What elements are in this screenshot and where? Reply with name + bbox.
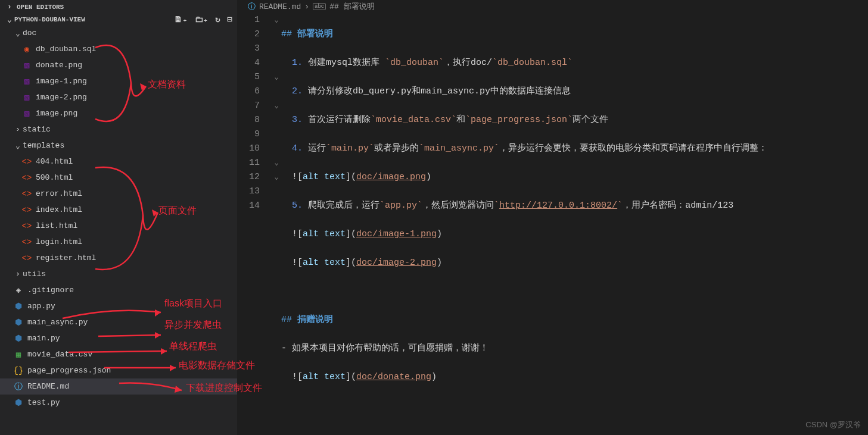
- tree-item-404-html[interactable]: <>404.html: [0, 154, 237, 170]
- open-editors-header[interactable]: › OPEN EDITORS: [0, 0, 237, 14]
- info-icon: ⓘ: [248, 1, 256, 12]
- tree-item-list-html[interactable]: <>list.html: [0, 218, 237, 234]
- tree-item-donate-png[interactable]: ▧donate.png: [0, 57, 237, 73]
- py-icon: ⬢: [13, 317, 24, 327]
- html-icon: <>: [21, 173, 32, 183]
- breadcrumb[interactable]: ⓘ README.md › abc ## 部署说明: [237, 0, 868, 13]
- tree-item-test-py[interactable]: ⬢test.py: [0, 395, 237, 411]
- chevron-right-icon: ›: [5, 2, 14, 11]
- code-content[interactable]: ## 部署说明 1. 创建mysql数据库 `db_douban`，执行doc/…: [281, 13, 868, 435]
- img-icon: ▧: [21, 60, 32, 70]
- watermark: CSDN @罗汉爷: [805, 420, 861, 430]
- tree-item-README-md[interactable]: ⓘREADME.md: [0, 378, 237, 395]
- py-icon: ⬢: [13, 398, 24, 408]
- main-area: ⓘ README.md › abc ## 部署说明 12345678910111…: [237, 0, 868, 435]
- img-icon: ▧: [21, 76, 32, 86]
- project-name: PYTHON-DOUBAN-VIEW: [14, 16, 85, 23]
- folder-label: doc: [23, 29, 36, 37]
- file-label: test.py: [27, 398, 60, 407]
- tree-item-utils[interactable]: ›utils: [0, 266, 237, 282]
- file-tree: ⌄doc◉db_douban.sql▧donate.png▧image-1.pn…: [0, 25, 237, 435]
- img-icon: ▧: [21, 108, 32, 118]
- tree-item-500-html[interactable]: <>500.html: [0, 170, 237, 186]
- file-label: 500.html: [36, 173, 73, 182]
- chevron-down-icon: ⌄: [5, 15, 14, 24]
- new-folder-icon[interactable]: 🗀₊: [195, 14, 208, 24]
- file-label: main.py: [27, 334, 60, 343]
- breadcrumb-file[interactable]: README.md: [259, 2, 301, 11]
- file-label: error.html: [36, 189, 82, 198]
- folder-label: utils: [23, 270, 46, 278]
- tree-item-image-2-png[interactable]: ▧image-2.png: [0, 89, 237, 105]
- tree-item--gitignore[interactable]: ◈.gitignore: [0, 282, 237, 298]
- file-label: 404.html: [36, 157, 73, 166]
- tree-item-templates[interactable]: ⌄templates: [0, 137, 237, 154]
- html-icon: <>: [21, 189, 32, 199]
- py-icon: ⬢: [13, 301, 24, 311]
- folder-label: static: [23, 125, 51, 134]
- file-label: main_async.py: [27, 318, 88, 327]
- folder-label: templates: [23, 141, 64, 150]
- new-file-icon[interactable]: 🗎₊: [174, 14, 187, 24]
- abc-icon: abc: [313, 3, 326, 10]
- file-label: index.html: [36, 205, 82, 214]
- tree-item-db_douban-sql[interactable]: ◉db_douban.sql: [0, 41, 237, 57]
- tree-item-movie_data-csv[interactable]: ▦movie_data.csv: [0, 346, 237, 362]
- file-label: .gitignore: [27, 286, 74, 295]
- breadcrumb-section[interactable]: ## 部署说明: [329, 1, 374, 12]
- html-icon: <>: [21, 221, 32, 231]
- chevron-icon: ⌄: [13, 29, 23, 38]
- tree-item-static[interactable]: ›static: [0, 121, 237, 137]
- json-icon: {}: [13, 366, 24, 375]
- file-label: app.py: [27, 302, 55, 311]
- info-icon: ⓘ: [13, 381, 24, 392]
- html-icon: <>: [21, 157, 32, 167]
- html-icon: <>: [21, 254, 32, 263]
- tree-item-page_progress-json[interactable]: {}page_progress.json: [0, 362, 237, 378]
- file-label: image-1.png: [36, 77, 87, 86]
- py-icon: ⬢: [13, 333, 24, 343]
- tree-item-image-png[interactable]: ▧image.png: [0, 105, 237, 121]
- file-label: login.html: [36, 237, 82, 246]
- file-label: page_progress.json: [27, 366, 111, 375]
- tree-item-register-html[interactable]: <>register.html: [0, 250, 237, 266]
- img-icon: ▧: [21, 92, 32, 102]
- fold-column[interactable]: ⌄⌄⌄⌄⌄: [272, 13, 281, 435]
- sql-icon: ◉: [21, 44, 32, 54]
- file-label: image.png: [36, 109, 77, 118]
- chevron-icon: ›: [13, 125, 23, 134]
- file-label: register.html: [36, 254, 96, 262]
- editor[interactable]: 1234567891011121314 ⌄⌄⌄⌄⌄ ## 部署说明 1. 创建m…: [237, 13, 868, 435]
- tree-item-login-html[interactable]: <>login.html: [0, 234, 237, 250]
- project-header[interactable]: ⌄ PYTHON-DOUBAN-VIEW 🗎₊ 🗀₊ ↻ ⊟: [0, 14, 237, 25]
- file-label: README.md: [27, 382, 69, 391]
- open-editors-label: OPEN EDITORS: [17, 4, 64, 11]
- file-label: image-2.png: [36, 93, 87, 102]
- html-icon: <>: [21, 237, 32, 247]
- file-label: donate.png: [36, 61, 82, 70]
- chevron-right-icon: ›: [304, 2, 309, 11]
- chevron-icon: ›: [13, 270, 23, 278]
- chevron-icon: ⌄: [13, 141, 23, 151]
- tree-item-error-html[interactable]: <>error.html: [0, 186, 237, 202]
- tree-item-doc[interactable]: ⌄doc: [0, 25, 237, 41]
- csv-icon: ▦: [13, 349, 24, 359]
- file-label: movie_data.csv: [27, 350, 92, 359]
- file-label: db_douban.sql: [36, 45, 96, 54]
- refresh-icon[interactable]: ↻: [215, 14, 220, 24]
- line-gutter: 1234567891011121314: [237, 13, 272, 435]
- git-icon: ◈: [13, 285, 24, 295]
- file-label: list.html: [36, 221, 77, 230]
- html-icon: <>: [21, 205, 32, 215]
- sidebar: › OPEN EDITORS ⌄ PYTHON-DOUBAN-VIEW 🗎₊ 🗀…: [0, 0, 237, 435]
- tree-item-image-1-png[interactable]: ▧image-1.png: [0, 73, 237, 89]
- tree-item-index-html[interactable]: <>index.html: [0, 202, 237, 218]
- tree-item-main-py[interactable]: ⬢main.py: [0, 330, 237, 346]
- collapse-icon[interactable]: ⊟: [228, 14, 232, 24]
- tree-item-app-py[interactable]: ⬢app.py: [0, 298, 237, 314]
- tree-item-main_async-py[interactable]: ⬢main_async.py: [0, 314, 237, 330]
